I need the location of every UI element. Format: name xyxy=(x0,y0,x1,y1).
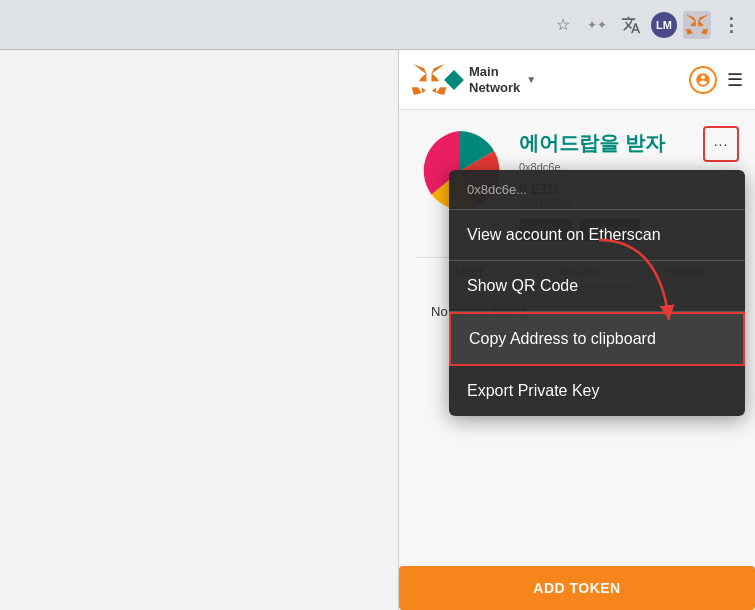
metamask-header: Main Network ▼ ☰ xyxy=(399,50,755,110)
star-icon[interactable]: ☆ xyxy=(549,11,577,39)
fox-logo xyxy=(411,62,447,98)
puzzle-icon[interactable]: ✦✦ xyxy=(583,11,611,39)
browser-toolbar: ☆ ✦✦ LM ⋮ xyxy=(0,0,755,50)
more-options-icon[interactable]: ⋮ xyxy=(717,11,745,39)
network-chevron-icon: ▼ xyxy=(526,74,536,85)
context-menu-item-qr[interactable]: Show QR Code xyxy=(449,261,745,312)
metamask-popup: Main Network ▼ ☰ ··· xyxy=(398,50,755,610)
context-menu-item-copy[interactable]: Copy Address to clipboard xyxy=(449,312,745,366)
network-name-line1: Main xyxy=(469,64,520,80)
context-menu-item-export[interactable]: Export Private Key xyxy=(449,366,745,416)
network-selector[interactable]: Main Network ▼ xyxy=(447,64,536,95)
account-icon[interactable] xyxy=(689,66,717,94)
context-menu: 0x8dc6e... View account on Etherscan Sho… xyxy=(449,170,745,416)
translate-icon[interactable] xyxy=(617,11,645,39)
context-menu-address: 0x8dc6e... xyxy=(449,170,745,210)
metamask-fox-icon[interactable] xyxy=(683,11,711,39)
hamburger-menu-icon[interactable]: ☰ xyxy=(727,69,743,91)
context-menu-item-etherscan[interactable]: View account on Etherscan xyxy=(449,210,745,261)
main-content: ··· 에어드랍을 받자 0x8dc6e... xyxy=(399,110,755,610)
network-diamond-icon xyxy=(444,70,464,90)
network-name-line2: Network xyxy=(469,80,520,96)
three-dots-button[interactable]: ··· xyxy=(703,126,739,162)
add-token-button[interactable]: ADD TOKEN xyxy=(399,566,755,610)
lm-extension-icon[interactable]: LM xyxy=(651,12,677,38)
